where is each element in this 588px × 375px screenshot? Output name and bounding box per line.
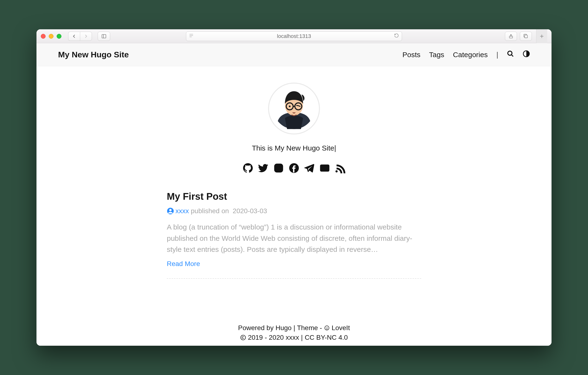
site-footer: Powered by Hugo | Theme - LoveIt 2019 - … <box>36 322 552 346</box>
post-published-label: published on <box>191 207 229 215</box>
avatar[interactable] <box>268 83 320 134</box>
browser-nav-buttons <box>68 32 92 41</box>
footer-powered-by: Powered by <box>238 324 273 332</box>
browser-new-tab-button[interactable]: + <box>536 29 547 43</box>
post-title[interactable]: My First Post <box>167 191 421 202</box>
post-summary: My First Post xxxx published on 2020-03-… <box>167 191 421 279</box>
page-content: This is My New Hugo Site| My First Post … <box>36 66 552 346</box>
telegram-icon[interactable] <box>304 163 315 174</box>
footer-theme-link[interactable]: LoveIt <box>332 324 350 332</box>
profile-section: This is My New Hugo Site| <box>36 83 552 174</box>
browser-window: localhost:1313 + My New Hugo Site Posts … <box>36 29 552 346</box>
svg-point-18 <box>281 165 282 166</box>
email-icon[interactable] <box>319 163 330 174</box>
search-icon[interactable] <box>507 50 514 59</box>
nav-posts[interactable]: Posts <box>402 51 420 59</box>
github-icon[interactable] <box>243 163 253 174</box>
svg-point-7 <box>508 51 512 55</box>
svg-point-24 <box>326 327 326 328</box>
twitter-icon[interactable] <box>258 163 269 174</box>
footer-owner: xxxx <box>286 334 299 341</box>
window-close-button[interactable] <box>41 34 46 39</box>
user-icon <box>167 207 174 215</box>
window-zoom-button[interactable] <box>57 34 62 39</box>
footer-years: 2019 - 2020 <box>248 334 284 341</box>
post-author[interactable]: xxxx <box>175 207 189 215</box>
browser-titlebar-right: + <box>505 29 547 43</box>
theme-icon <box>324 325 330 331</box>
footer-license-link[interactable]: CC BY-NC 4.0 <box>305 334 348 341</box>
svg-rect-0 <box>102 34 106 38</box>
svg-point-15 <box>289 105 290 107</box>
browser-forward-button[interactable] <box>80 32 92 41</box>
svg-point-22 <box>169 209 172 211</box>
site-title[interactable]: My New Hugo Site <box>58 50 129 59</box>
browser-titlebar: localhost:1313 + <box>36 29 552 43</box>
instagram-icon[interactable] <box>273 163 284 174</box>
rss-icon[interactable] <box>335 163 345 174</box>
nav-categories[interactable]: Categories <box>453 51 488 59</box>
svg-point-17 <box>277 166 280 170</box>
footer-hugo-link[interactable]: Hugo <box>275 324 292 332</box>
footer-license-sep: | <box>301 334 303 341</box>
avatar-image <box>273 87 315 130</box>
facebook-icon[interactable] <box>289 163 299 174</box>
site-header: My New Hugo Site Posts Tags Categories | <box>36 43 552 66</box>
copyright-icon <box>240 335 246 340</box>
svg-point-26 <box>241 335 245 340</box>
theme-toggle-icon[interactable] <box>523 50 530 59</box>
browser-tabs-button[interactable] <box>520 32 532 41</box>
traffic-lights <box>41 34 62 39</box>
post-excerpt: A blog (a truncation of “weblog”) 1 is a… <box>167 222 421 255</box>
window-minimize-button[interactable] <box>49 34 53 39</box>
reader-mode-icon <box>189 33 194 40</box>
post-date: 2020-03-03 <box>233 207 267 215</box>
read-more-link[interactable]: Read More <box>167 260 200 268</box>
browser-back-button[interactable] <box>68 32 80 41</box>
address-bar-url: localhost:1313 <box>277 33 311 39</box>
svg-point-23 <box>325 326 329 330</box>
nav-divider: | <box>496 51 498 59</box>
profile-tagline: This is My New Hugo Site| <box>252 144 336 152</box>
browser-sidebar-button[interactable] <box>98 32 110 41</box>
svg-rect-6 <box>525 35 527 38</box>
footer-theme-sep: | Theme - <box>294 324 322 332</box>
svg-line-8 <box>511 55 513 57</box>
svg-point-25 <box>327 327 328 328</box>
reload-icon[interactable] <box>394 33 399 39</box>
site-nav: Posts Tags Categories | <box>402 50 530 59</box>
browser-address-bar[interactable]: localhost:1313 <box>186 32 402 41</box>
post-meta: xxxx published on 2020-03-03 <box>167 207 421 215</box>
nav-tags[interactable]: Tags <box>429 51 444 59</box>
browser-share-button[interactable] <box>505 32 517 41</box>
social-links <box>243 163 345 174</box>
